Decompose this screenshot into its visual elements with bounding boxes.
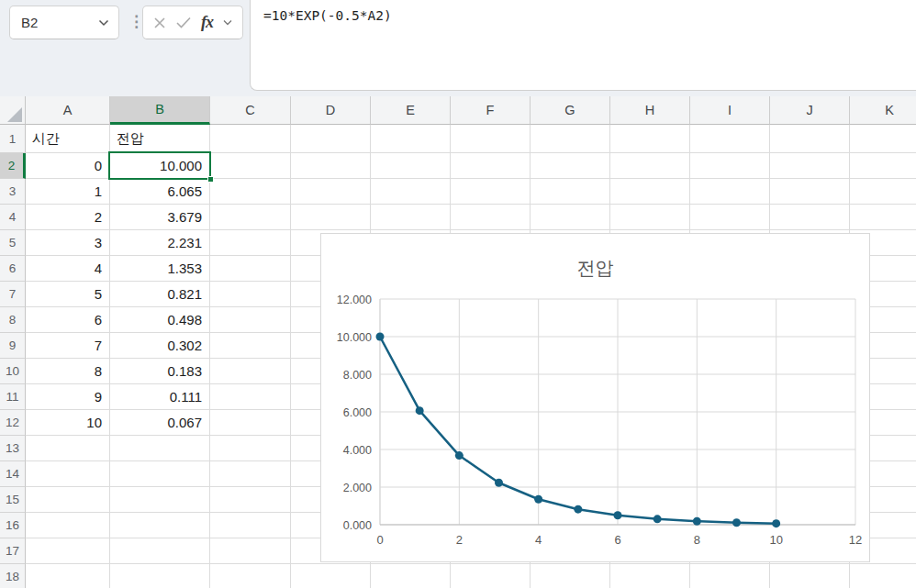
cell-B11[interactable]: 0.111 — [110, 384, 210, 410]
cell-K2[interactable] — [850, 153, 916, 179]
cell-I4[interactable] — [690, 205, 770, 230]
cell-C4[interactable] — [210, 205, 291, 230]
cell-D18[interactable] — [291, 564, 371, 588]
cell-C12[interactable] — [210, 410, 291, 436]
row-header-3[interactable]: 3 — [0, 179, 26, 205]
column-header-A[interactable]: A — [26, 96, 110, 125]
column-header-D[interactable]: D — [291, 96, 371, 125]
cell-A18[interactable] — [26, 564, 110, 588]
cell-J4[interactable] — [770, 205, 850, 230]
cell-H18[interactable] — [610, 564, 690, 588]
cell-I1[interactable] — [690, 125, 770, 153]
column-header-K[interactable]: K — [850, 96, 916, 125]
cell-J3[interactable] — [770, 179, 850, 205]
cell-C8[interactable] — [210, 307, 291, 333]
chart-title[interactable]: 전압 — [577, 258, 614, 278]
cell-E1[interactable] — [371, 125, 451, 153]
cell-C14[interactable] — [210, 461, 291, 487]
cell-A7[interactable]: 5 — [26, 282, 110, 307]
cell-E18[interactable] — [371, 564, 451, 588]
column-header-E[interactable]: E — [371, 96, 451, 125]
row-header-15[interactable]: 15 — [0, 487, 26, 513]
row-header-16[interactable]: 16 — [0, 513, 26, 538]
column-header-G[interactable]: G — [531, 96, 610, 125]
row-header-1[interactable]: 1 — [0, 125, 26, 153]
column-header-B[interactable]: B — [110, 96, 210, 125]
cell-A9[interactable]: 7 — [26, 333, 110, 359]
cell-K18[interactable] — [850, 564, 916, 588]
cell-A16[interactable] — [26, 513, 110, 538]
cell-B17[interactable] — [110, 538, 210, 564]
row-header-13[interactable]: 13 — [0, 436, 26, 461]
cell-C11[interactable] — [210, 384, 291, 410]
cell-B9[interactable]: 0.302 — [110, 333, 210, 359]
cell-A6[interactable]: 4 — [26, 256, 110, 282]
row-header-17[interactable]: 17 — [0, 538, 26, 564]
cell-B13[interactable] — [110, 436, 210, 461]
cell-C17[interactable] — [210, 538, 291, 564]
column-header-I[interactable]: I — [690, 96, 770, 125]
cell-E2[interactable] — [371, 153, 451, 179]
cell-G18[interactable] — [531, 564, 610, 588]
data-point-marker[interactable] — [614, 511, 622, 519]
cell-C1[interactable] — [210, 125, 291, 153]
cell-G1[interactable] — [531, 125, 610, 153]
cell-D2[interactable] — [291, 153, 371, 179]
cell-B14[interactable] — [110, 461, 210, 487]
data-point-marker[interactable] — [653, 515, 662, 523]
row-header-2[interactable]: 2 — [0, 153, 26, 179]
cell-A13[interactable] — [26, 436, 110, 461]
cell-F18[interactable] — [451, 564, 531, 588]
cell-B12[interactable]: 0.067 — [110, 410, 210, 436]
cell-B8[interactable]: 0.498 — [110, 307, 210, 333]
cell-C5[interactable] — [210, 230, 291, 256]
cell-A12[interactable]: 10 — [26, 410, 110, 436]
cell-E3[interactable] — [371, 179, 451, 205]
cell-C15[interactable] — [210, 487, 291, 513]
series-line[interactable] — [380, 337, 776, 524]
row-header-18[interactable]: 18 — [0, 564, 26, 588]
data-point-marker[interactable] — [416, 406, 424, 415]
cell-B4[interactable]: 3.679 — [110, 205, 210, 230]
row-header-5[interactable]: 5 — [0, 230, 26, 256]
cell-J1[interactable] — [770, 125, 850, 153]
data-point-marker[interactable] — [574, 505, 582, 514]
chart-object[interactable]: 0.0002.0004.0006.0008.00010.00012.000024… — [320, 233, 870, 562]
cell-A17[interactable] — [26, 538, 110, 564]
data-point-marker[interactable] — [534, 495, 542, 504]
row-header-14[interactable]: 14 — [0, 461, 26, 487]
cell-B15[interactable] — [110, 487, 210, 513]
cell-K3[interactable] — [850, 179, 916, 205]
cell-K1[interactable] — [850, 125, 916, 153]
fill-handle[interactable] — [207, 176, 214, 183]
cell-G4[interactable] — [531, 205, 610, 230]
column-header-H[interactable]: H — [610, 96, 690, 125]
data-point-marker[interactable] — [772, 519, 780, 527]
row-header-8[interactable]: 8 — [0, 307, 26, 333]
cell-I3[interactable] — [690, 179, 770, 205]
cell-A8[interactable]: 6 — [26, 307, 110, 333]
cell-A11[interactable]: 9 — [26, 384, 110, 410]
cell-A1[interactable]: 시간 — [26, 125, 110, 153]
cell-J18[interactable] — [770, 564, 850, 588]
cell-K4[interactable] — [850, 205, 916, 230]
cell-C2[interactable] — [210, 153, 291, 179]
cell-F2[interactable] — [451, 153, 531, 179]
cell-H4[interactable] — [610, 205, 690, 230]
cell-F4[interactable] — [451, 205, 531, 230]
cell-D1[interactable] — [291, 125, 371, 153]
row-header-9[interactable]: 9 — [0, 333, 26, 359]
cell-I2[interactable] — [690, 153, 770, 179]
cell-B1[interactable]: 전압 — [110, 125, 210, 153]
cell-C16[interactable] — [210, 513, 291, 538]
cell-B3[interactable]: 6.065 — [110, 179, 210, 205]
row-header-12[interactable]: 12 — [0, 410, 26, 436]
cell-D3[interactable] — [291, 179, 371, 205]
cell-C9[interactable] — [210, 333, 291, 359]
cell-J2[interactable] — [770, 153, 850, 179]
cell-H1[interactable] — [610, 125, 690, 153]
cell-B10[interactable]: 0.183 — [110, 359, 210, 384]
cell-B2[interactable]: 10.000 — [110, 153, 210, 179]
cell-B16[interactable] — [110, 513, 210, 538]
cell-D4[interactable] — [291, 205, 371, 230]
